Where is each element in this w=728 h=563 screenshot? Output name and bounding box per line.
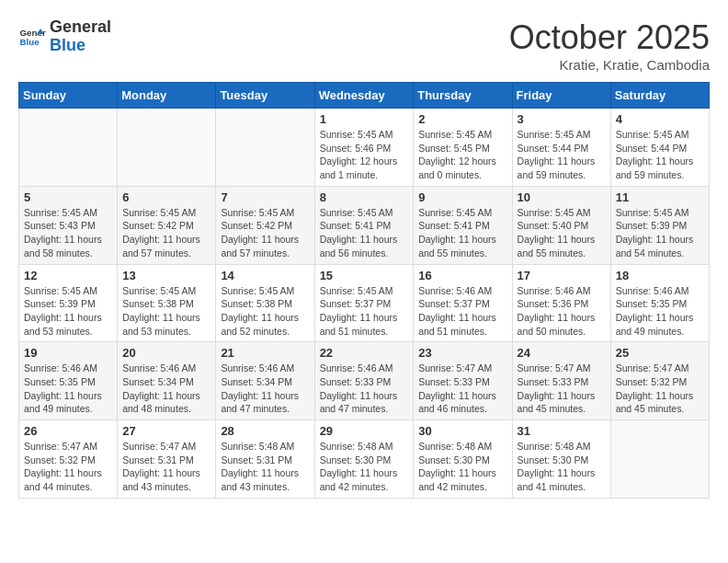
- day-number: 30: [418, 424, 506, 438]
- calendar-cell: 3Sunrise: 5:45 AM Sunset: 5:44 PM Daylig…: [512, 109, 610, 187]
- day-info: Sunrise: 5:45 AM Sunset: 5:43 PM Dayligh…: [24, 206, 112, 260]
- calendar-cell: 16Sunrise: 5:46 AM Sunset: 5:37 PM Dayli…: [414, 264, 512, 342]
- day-info: Sunrise: 5:47 AM Sunset: 5:31 PM Dayligh…: [122, 440, 210, 494]
- day-info: Sunrise: 5:45 AM Sunset: 5:46 PM Dayligh…: [320, 128, 409, 182]
- day-number: 14: [221, 269, 309, 282]
- day-header-thursday: Thursday: [414, 83, 512, 109]
- calendar-cell: 6Sunrise: 5:45 AM Sunset: 5:42 PM Daylig…: [118, 186, 216, 264]
- day-info: Sunrise: 5:46 AM Sunset: 5:34 PM Dayligh…: [221, 362, 309, 416]
- day-number: 18: [616, 269, 704, 282]
- week-row-5: 26Sunrise: 5:47 AM Sunset: 5:32 PM Dayli…: [19, 420, 710, 499]
- calendar-cell: [610, 420, 709, 499]
- day-info: Sunrise: 5:47 AM Sunset: 5:32 PM Dayligh…: [24, 440, 112, 494]
- day-info: Sunrise: 5:45 AM Sunset: 5:45 PM Dayligh…: [418, 128, 506, 182]
- day-info: Sunrise: 5:48 AM Sunset: 5:30 PM Dayligh…: [418, 440, 506, 494]
- calendar-cell: 14Sunrise: 5:45 AM Sunset: 5:38 PM Dayli…: [216, 264, 314, 342]
- calendar-cell: 4Sunrise: 5:45 AM Sunset: 5:44 PM Daylig…: [610, 109, 709, 187]
- logo: General Blue General Blue: [18, 18, 111, 55]
- day-info: Sunrise: 5:45 AM Sunset: 5:41 PM Dayligh…: [418, 206, 506, 260]
- day-number: 1: [320, 112, 409, 126]
- day-info: Sunrise: 5:48 AM Sunset: 5:31 PM Dayligh…: [221, 440, 309, 494]
- calendar-cell: 17Sunrise: 5:46 AM Sunset: 5:36 PM Dayli…: [512, 264, 610, 342]
- calendar-cell: 26Sunrise: 5:47 AM Sunset: 5:32 PM Dayli…: [19, 420, 118, 499]
- day-info: Sunrise: 5:45 AM Sunset: 5:40 PM Dayligh…: [518, 206, 606, 260]
- calendar-cell: 20Sunrise: 5:46 AM Sunset: 5:34 PM Dayli…: [118, 342, 216, 420]
- calendar-cell: 29Sunrise: 5:48 AM Sunset: 5:30 PM Dayli…: [314, 420, 414, 499]
- calendar-cell: 15Sunrise: 5:45 AM Sunset: 5:37 PM Dayli…: [314, 264, 414, 342]
- day-number: 26: [24, 424, 112, 438]
- day-number: 5: [24, 190, 112, 204]
- day-number: 17: [518, 269, 606, 282]
- day-number: 4: [616, 112, 704, 126]
- day-info: Sunrise: 5:45 AM Sunset: 5:42 PM Dayligh…: [122, 206, 210, 260]
- day-info: Sunrise: 5:45 AM Sunset: 5:41 PM Dayligh…: [320, 206, 409, 260]
- day-number: 11: [616, 190, 704, 204]
- calendar-cell: 27Sunrise: 5:47 AM Sunset: 5:31 PM Dayli…: [118, 420, 216, 499]
- day-info: Sunrise: 5:45 AM Sunset: 5:38 PM Dayligh…: [221, 284, 309, 339]
- day-number: 28: [221, 424, 309, 438]
- day-info: Sunrise: 5:45 AM Sunset: 5:39 PM Dayligh…: [24, 284, 112, 339]
- day-header-saturday: Saturday: [610, 83, 709, 109]
- page-header: General Blue General Blue October 2025 K…: [18, 18, 710, 73]
- calendar-cell: 19Sunrise: 5:46 AM Sunset: 5:35 PM Dayli…: [19, 342, 118, 420]
- calendar-cell: 22Sunrise: 5:46 AM Sunset: 5:33 PM Dayli…: [314, 342, 414, 420]
- logo-blue-text: Blue: [50, 37, 111, 55]
- calendar-cell: 30Sunrise: 5:48 AM Sunset: 5:30 PM Dayli…: [414, 420, 512, 499]
- day-header-sunday: Sunday: [19, 83, 118, 109]
- calendar-table: SundayMondayTuesdayWednesdayThursdayFrid…: [18, 82, 710, 499]
- day-info: Sunrise: 5:47 AM Sunset: 5:32 PM Dayligh…: [616, 362, 704, 416]
- calendar-cell: 1Sunrise: 5:45 AM Sunset: 5:46 PM Daylig…: [314, 109, 414, 187]
- day-number: 23: [418, 346, 506, 360]
- day-info: Sunrise: 5:48 AM Sunset: 5:30 PM Dayligh…: [518, 440, 606, 494]
- day-number: 12: [24, 269, 112, 282]
- day-header-friday: Friday: [512, 83, 610, 109]
- day-info: Sunrise: 5:45 AM Sunset: 5:38 PM Dayligh…: [122, 284, 210, 339]
- day-number: 27: [122, 424, 210, 438]
- day-info: Sunrise: 5:46 AM Sunset: 5:37 PM Dayligh…: [418, 284, 506, 339]
- logo-icon: General Blue: [18, 23, 46, 51]
- calendar-cell: 28Sunrise: 5:48 AM Sunset: 5:31 PM Dayli…: [216, 420, 314, 499]
- day-info: Sunrise: 5:45 AM Sunset: 5:37 PM Dayligh…: [320, 284, 409, 339]
- day-number: 7: [221, 190, 309, 204]
- day-info: Sunrise: 5:46 AM Sunset: 5:33 PM Dayligh…: [320, 362, 409, 416]
- day-info: Sunrise: 5:45 AM Sunset: 5:44 PM Dayligh…: [518, 128, 606, 182]
- calendar-cell: 11Sunrise: 5:45 AM Sunset: 5:39 PM Dayli…: [610, 186, 709, 264]
- day-info: Sunrise: 5:45 AM Sunset: 5:44 PM Dayligh…: [616, 128, 704, 182]
- day-info: Sunrise: 5:46 AM Sunset: 5:36 PM Dayligh…: [518, 284, 606, 339]
- day-info: Sunrise: 5:48 AM Sunset: 5:30 PM Dayligh…: [320, 440, 409, 494]
- day-number: 13: [122, 269, 210, 282]
- calendar-cell: 9Sunrise: 5:45 AM Sunset: 5:41 PM Daylig…: [414, 186, 512, 264]
- calendar-cell: 7Sunrise: 5:45 AM Sunset: 5:42 PM Daylig…: [216, 186, 314, 264]
- day-number: 16: [418, 269, 506, 282]
- day-number: 3: [518, 112, 606, 126]
- day-number: 6: [122, 190, 210, 204]
- calendar-cell: 13Sunrise: 5:45 AM Sunset: 5:38 PM Dayli…: [118, 264, 216, 342]
- day-number: 29: [320, 424, 409, 438]
- week-row-3: 12Sunrise: 5:45 AM Sunset: 5:39 PM Dayli…: [19, 264, 710, 342]
- day-number: 24: [518, 346, 606, 360]
- title-block: October 2025 Kratie, Kratie, Cambodia: [509, 18, 710, 73]
- day-number: 8: [320, 190, 409, 204]
- calendar-cell: 25Sunrise: 5:47 AM Sunset: 5:32 PM Dayli…: [610, 342, 709, 420]
- calendar-cell: 23Sunrise: 5:47 AM Sunset: 5:33 PM Dayli…: [414, 342, 512, 420]
- day-number: 9: [418, 190, 506, 204]
- calendar-cell: [118, 109, 216, 187]
- day-header-monday: Monday: [118, 83, 216, 109]
- day-number: 21: [221, 346, 309, 360]
- day-number: 19: [24, 346, 112, 360]
- day-info: Sunrise: 5:46 AM Sunset: 5:34 PM Dayligh…: [122, 362, 210, 416]
- day-info: Sunrise: 5:45 AM Sunset: 5:42 PM Dayligh…: [221, 206, 309, 260]
- days-header-row: SundayMondayTuesdayWednesdayThursdayFrid…: [19, 83, 710, 109]
- calendar-cell: 8Sunrise: 5:45 AM Sunset: 5:41 PM Daylig…: [314, 186, 414, 264]
- day-info: Sunrise: 5:46 AM Sunset: 5:35 PM Dayligh…: [24, 362, 112, 416]
- day-number: 10: [518, 190, 606, 204]
- week-row-4: 19Sunrise: 5:46 AM Sunset: 5:35 PM Dayli…: [19, 342, 710, 420]
- calendar-cell: [19, 109, 118, 187]
- day-header-tuesday: Tuesday: [216, 83, 314, 109]
- day-info: Sunrise: 5:47 AM Sunset: 5:33 PM Dayligh…: [418, 362, 506, 416]
- svg-text:Blue: Blue: [20, 37, 40, 47]
- week-row-1: 1Sunrise: 5:45 AM Sunset: 5:46 PM Daylig…: [19, 109, 710, 187]
- day-number: 22: [320, 346, 409, 360]
- calendar-cell: 5Sunrise: 5:45 AM Sunset: 5:43 PM Daylig…: [19, 186, 118, 264]
- calendar-cell: 31Sunrise: 5:48 AM Sunset: 5:30 PM Dayli…: [512, 420, 610, 499]
